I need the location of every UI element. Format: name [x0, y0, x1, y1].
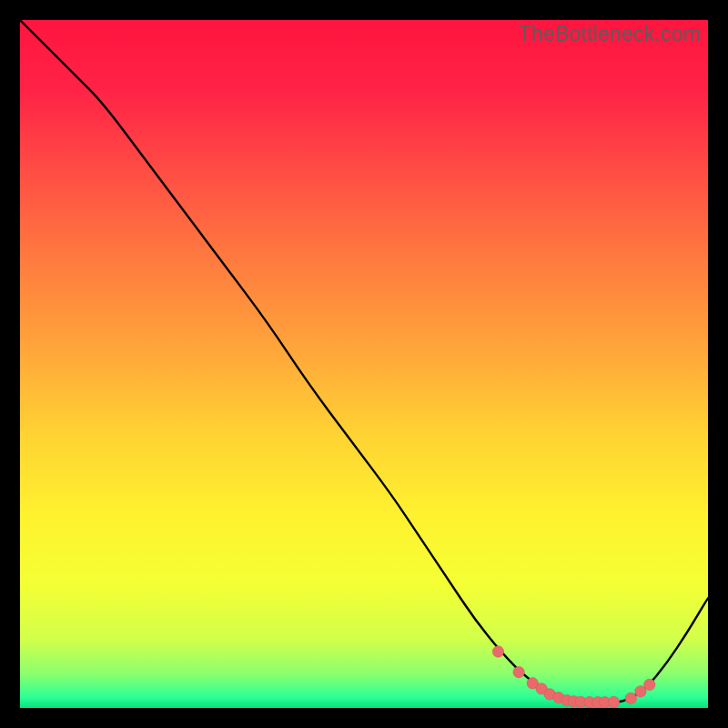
- chart-stage: TheBottleneck.com: [0, 0, 728, 728]
- curve-marker: [644, 679, 655, 690]
- chart-svg: [20, 20, 708, 708]
- curve-marker: [492, 646, 503, 657]
- gradient-background: [20, 20, 708, 708]
- plot-area: TheBottleneck.com: [20, 20, 708, 708]
- watermark-text: TheBottleneck.com: [519, 22, 701, 46]
- curve-marker: [513, 666, 524, 677]
- curve-marker: [625, 693, 636, 703]
- curve-marker: [608, 696, 619, 707]
